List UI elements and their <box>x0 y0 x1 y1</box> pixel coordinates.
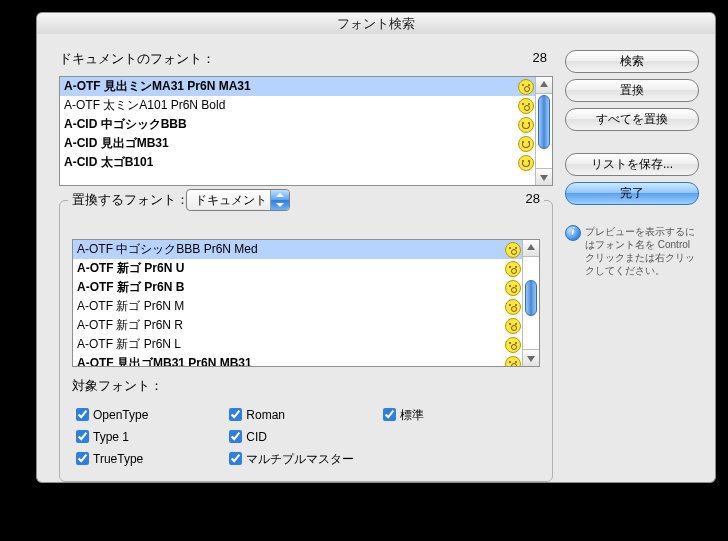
target-fonts-label: 対象フォント： <box>72 377 540 395</box>
list-item[interactable]: A-CID 見出ゴMB31 <box>60 134 536 153</box>
font-name: A-CID 見出ゴMB31 <box>64 136 169 150</box>
face-surprised-icon <box>505 242 521 258</box>
face-surprised-icon <box>505 261 521 277</box>
checkbox-cid[interactable]: CID <box>225 425 375 444</box>
face-surprised-icon <box>518 79 534 95</box>
checkbox-truetype[interactable]: TrueType <box>72 447 222 466</box>
list-item[interactable]: A-OTF 新ゴ Pr6N M <box>73 297 523 316</box>
face-smile-icon <box>518 136 534 152</box>
font-name: A-OTF 新ゴ Pr6N L <box>77 337 181 351</box>
replace-scope-value: ドキュメント <box>195 193 267 207</box>
document-fonts-list[interactable]: A-OTF 見出ミンMA31 Pr6N MA31A-OTF 太ミンA101 Pr… <box>59 76 553 186</box>
checkbox-mm[interactable]: マルチプルマスター <box>225 447 375 468</box>
face-surprised-icon <box>518 98 534 114</box>
replace-fieldset: 置換するフォント： ドキュメント 28 A-OTF 中ゴシックBBB Pr6N … <box>59 200 553 482</box>
list-item[interactable]: A-CID 中ゴシックBBB <box>60 115 536 134</box>
checkbox-opentype[interactable]: OpenType <box>72 403 222 422</box>
face-smile-icon <box>518 117 534 133</box>
scrollbar[interactable] <box>522 240 539 366</box>
replace-font-label: 置換するフォント： <box>72 191 189 209</box>
scroll-thumb[interactable] <box>538 95 550 149</box>
updown-icon <box>270 190 289 210</box>
face-surprised-icon <box>505 299 521 315</box>
font-name: A-OTF 太ミンA101 Pr6N Bold <box>64 98 225 112</box>
list-item[interactable]: A-OTF 中ゴシックBBB Pr6N Med <box>73 240 523 259</box>
done-button[interactable]: 完了 <box>565 182 699 205</box>
replace-scope-select[interactable]: ドキュメント <box>186 189 290 211</box>
list-item[interactable]: A-CID 太ゴB101 <box>60 153 536 172</box>
find-button[interactable]: 検索 <box>565 50 699 73</box>
face-surprised-icon <box>505 337 521 353</box>
font-name: A-OTF 新ゴ Pr6N R <box>77 318 183 332</box>
replace-all-button[interactable]: すべてを置換 <box>565 108 699 131</box>
font-name: A-CID 太ゴB101 <box>64 155 153 169</box>
checkbox-std[interactable]: 標準 <box>379 403 529 424</box>
dialog-body: ドキュメントのフォント： 28 A-OTF 見出ミンMA31 Pr6N MA31… <box>36 34 716 483</box>
font-name: A-OTF 見出ゴMB31 Pr6N MB31 <box>77 356 252 367</box>
font-name: A-OTF 中ゴシックBBB Pr6N Med <box>77 242 258 256</box>
replace-fonts-list[interactable]: A-OTF 中ゴシックBBB Pr6N MedA-OTF 新ゴ Pr6N UA-… <box>72 239 540 367</box>
font-name: A-OTF 新ゴ Pr6N U <box>77 261 184 275</box>
document-fonts-count: 28 <box>533 50 547 65</box>
scroll-down-button[interactable] <box>523 349 539 366</box>
list-item[interactable]: A-OTF 見出ミンMA31 Pr6N MA31 <box>60 77 536 96</box>
scroll-down-button[interactable] <box>536 168 552 185</box>
info-icon <box>565 225 581 241</box>
info-text: プレビューを表示するにはフォント名を Control クリックまたは右クリックし… <box>565 225 699 277</box>
font-name: A-CID 中ゴシックBBB <box>64 117 187 131</box>
font-name: A-OTF 新ゴ Pr6N M <box>77 299 184 313</box>
replace-font-count: 28 <box>526 191 540 206</box>
list-item[interactable]: A-OTF 新ゴ Pr6N U <box>73 259 523 278</box>
title-bar: フォント検索 <box>36 12 716 36</box>
face-surprised-icon <box>505 318 521 334</box>
list-item[interactable]: A-OTF 新ゴ Pr6N L <box>73 335 523 354</box>
face-surprised-icon <box>505 356 521 367</box>
list-item[interactable]: A-OTF 太ミンA101 Pr6N Bold <box>60 96 536 115</box>
scroll-thumb[interactable] <box>525 280 537 316</box>
list-item[interactable]: A-OTF 見出ゴMB31 Pr6N MB31 <box>73 354 523 367</box>
scrollbar[interactable] <box>535 77 552 185</box>
replace-button[interactable]: 置換 <box>565 79 699 102</box>
scroll-up-button[interactable] <box>536 77 552 94</box>
list-item[interactable]: A-OTF 新ゴ Pr6N R <box>73 316 523 335</box>
window-title: フォント検索 <box>337 16 415 31</box>
font-name: A-OTF 見出ミンMA31 Pr6N MA31 <box>64 79 251 93</box>
checkbox-type1[interactable]: Type 1 <box>72 425 222 444</box>
list-item[interactable]: A-OTF 新ゴ Pr6N B <box>73 278 523 297</box>
font-name: A-OTF 新ゴ Pr6N B <box>77 280 184 294</box>
document-fonts-label: ドキュメントのフォント： <box>59 51 215 66</box>
face-smile-icon <box>518 155 534 171</box>
checkbox-roman[interactable]: Roman <box>225 403 375 422</box>
face-surprised-icon <box>505 280 521 296</box>
scroll-up-button[interactable] <box>523 240 539 257</box>
save-list-button[interactable]: リストを保存... <box>565 153 699 176</box>
